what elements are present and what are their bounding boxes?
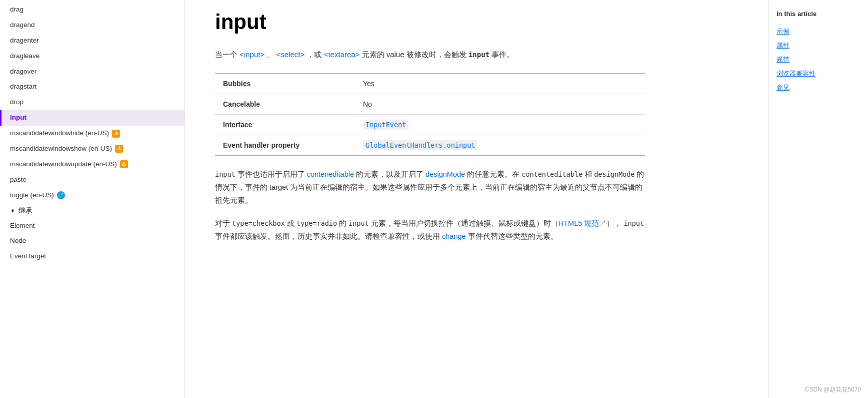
- warning-icon: ⚠: [112, 130, 120, 138]
- body-paragraph-2: 对于 type=checkbox 或 type=radio 的 input 元素…: [215, 217, 645, 243]
- change-link[interactable]: change: [442, 232, 466, 240]
- sidebar-inheritance-section: ▼ 继承: [0, 203, 184, 218]
- table-cell-value: GlobalEventHandlers.oninput: [355, 135, 645, 155]
- toc-item-规范[interactable]: 规范: [776, 53, 860, 67]
- sidebar-item-label: paste: [10, 175, 26, 185]
- sidebar-item-label: drop: [10, 98, 24, 107]
- sidebar-item-label: dragstart: [10, 82, 36, 92]
- sidebar-item-dragend[interactable]: dragend: [0, 18, 184, 33]
- intro-suffix2: 事件。: [492, 50, 514, 59]
- main-content: input 当一个 <input> 、 <select> ，或 <textare…: [185, 0, 768, 398]
- sidebar-item-drag[interactable]: drag: [0, 2, 184, 18]
- sidebar-item-input[interactable]: input: [0, 110, 184, 126]
- designmode-code: designMode: [594, 170, 634, 178]
- table-cell-value: Yes: [355, 73, 645, 94]
- sidebar-item-label: dragover: [10, 67, 36, 77]
- input-code: input: [468, 51, 490, 59]
- html5-spec-link[interactable]: HTML5 规范↗: [558, 219, 607, 227]
- sidebar-item-label: dragenter: [10, 36, 39, 46]
- sidebar-item-label: Element: [10, 221, 35, 231]
- table-cell-label: Interface: [215, 114, 355, 135]
- comma2: ，或: [306, 50, 322, 59]
- toc-item-示例[interactable]: 示例: [776, 25, 860, 39]
- table-row: InterfaceInputEvent: [215, 114, 645, 135]
- sidebar: dragdragenddragenterdragleavedragoverdra…: [0, 0, 185, 398]
- sidebar-item-label: dragend: [10, 21, 35, 30]
- sidebar-item-mscandidatewindowshow[interactable]: mscandidatewindowshow (en-US)⚠: [0, 141, 184, 157]
- sidebar-item-dragenter[interactable]: dragenter: [0, 33, 184, 49]
- warning-icon: ⚠: [120, 160, 128, 168]
- table-of-contents: In this article 示例属性规范浏览器兼容性参见: [768, 0, 868, 398]
- toc-title: In this article: [776, 10, 860, 18]
- sidebar-item-paste[interactable]: paste: [0, 172, 184, 188]
- checkbox-code: type=checkbox: [232, 219, 285, 227]
- sidebar-item-label: drag: [10, 5, 24, 15]
- sidebar-inherit-node[interactable]: Node: [0, 233, 184, 249]
- table-row: BubblesYes: [215, 73, 645, 94]
- sidebar-item-dragover[interactable]: dragover: [0, 64, 184, 80]
- inheritance-list: ElementNodeEventTarget: [0, 218, 184, 265]
- sidebar-item-label: input: [10, 113, 26, 123]
- table-row: CancelableNo: [215, 94, 645, 114]
- arrow-icon: ▼: [10, 208, 16, 214]
- sidebar-nav: dragdragenddragenterdragleavedragoverdra…: [0, 2, 184, 203]
- sidebar-item-dragleave[interactable]: dragleave: [0, 49, 184, 64]
- sidebar-item-label: Node: [10, 236, 26, 246]
- toc-item-属性[interactable]: 属性: [776, 39, 860, 53]
- select-link[interactable]: <select>: [276, 50, 305, 59]
- textarea-link[interactable]: <textarea>: [324, 50, 360, 59]
- input-link[interactable]: <input>: [240, 50, 264, 59]
- contenteditable-code: contenteditable: [522, 170, 582, 178]
- radio-code: type=radio: [296, 219, 337, 227]
- watermark: CSDN @赵花花5070: [805, 385, 861, 394]
- sidebar-item-label: mscandidatewindowshow (en-US): [10, 144, 112, 154]
- designmode-link[interactable]: designMode: [426, 170, 465, 178]
- sidebar-item-toggle[interactable]: toggle (en-US)🧪: [0, 188, 184, 203]
- sidebar-inherit-element[interactable]: Element: [0, 218, 184, 234]
- warning-icon: ⚠: [115, 145, 123, 153]
- inheritance-label: 继承: [18, 206, 32, 215]
- table-value-link[interactable]: InputEvent: [363, 120, 408, 130]
- toc-item-浏览器兼容性[interactable]: 浏览器兼容性: [776, 67, 860, 81]
- sidebar-item-dragstart[interactable]: dragstart: [0, 79, 184, 95]
- toc-item-参见[interactable]: 参见: [776, 81, 860, 95]
- table-cell-value: No: [355, 94, 645, 114]
- comma1: 、: [266, 50, 274, 59]
- body-paragraph-1: input 事件也适用于启用了 conteneditable 的元素，以及开启了…: [215, 168, 645, 207]
- table-cell-label: Event handler property: [215, 135, 355, 155]
- input-code-2: input: [215, 170, 236, 178]
- sidebar-inherit-eventtarget[interactable]: EventTarget: [0, 249, 184, 264]
- table-cell-label: Bubbles: [215, 73, 355, 94]
- experimental-icon: 🧪: [57, 191, 65, 199]
- sidebar-item-label: dragleave: [10, 52, 40, 61]
- contenteditable-link[interactable]: conteneditable: [307, 170, 354, 178]
- input-code-4: input: [624, 219, 644, 227]
- properties-table: BubblesYesCancelableNoInterfaceInputEven…: [215, 73, 645, 156]
- intro-suffix1: 元素的 value 被修改时，会触发: [362, 50, 466, 59]
- sidebar-item-label: EventTarget: [10, 252, 46, 261]
- table-cell-label: Cancelable: [215, 94, 355, 114]
- page-title: input: [215, 10, 738, 34]
- toc-list: 示例属性规范浏览器兼容性参见: [776, 25, 860, 95]
- sidebar-item-mscandidatewindowupdate[interactable]: mscandidatewindowupdate (en-US)⚠: [0, 157, 184, 172]
- sidebar-item-label: mscandidatewindowupdate (en-US): [10, 160, 117, 169]
- input-code-3: input: [348, 219, 369, 227]
- sidebar-item-label: mscandidatewindowhide (en-US): [10, 129, 109, 138]
- sidebar-item-drop[interactable]: drop: [0, 95, 184, 110]
- sidebar-item-mscandidatewindowhide[interactable]: mscandidatewindowhide (en-US)⚠: [0, 126, 184, 141]
- intro-prefix: 当一个: [215, 50, 238, 59]
- intro-paragraph: 当一个 <input> 、 <select> ，或 <textarea> 元素的…: [215, 48, 738, 61]
- sidebar-item-label: toggle (en-US): [10, 191, 54, 200]
- table-value-link[interactable]: GlobalEventHandlers.oninput: [363, 140, 478, 150]
- table-row: Event handler propertyGlobalEventHandler…: [215, 135, 645, 155]
- table-cell-value: InputEvent: [355, 114, 645, 135]
